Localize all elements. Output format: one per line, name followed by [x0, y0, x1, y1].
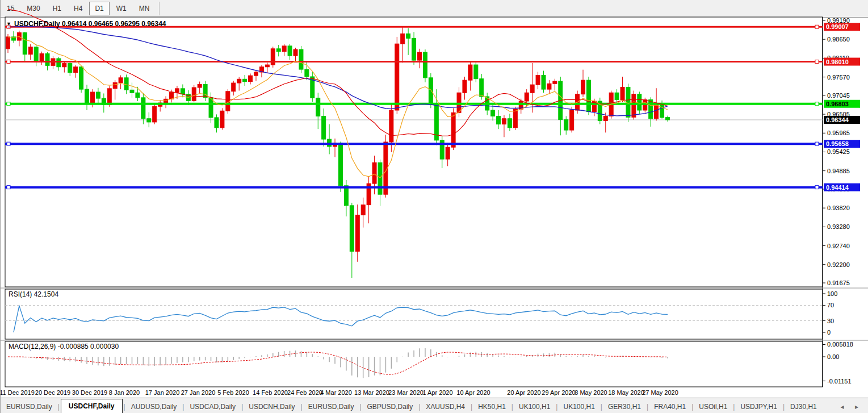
- tab-ger30-h1[interactable]: GER30,H1: [602, 400, 647, 413]
- line-handle[interactable]: [815, 142, 819, 145]
- trading-terminal-window: 15M30H1H4D1W1MN 0.991900.986500.981100.9…: [0, 0, 868, 413]
- line-handle[interactable]: [7, 60, 10, 64]
- candle: [350, 206, 354, 252]
- rsi-label: RSI(14) 42.1504: [9, 290, 58, 298]
- tab-uk100-h1[interactable]: UK100,H1: [513, 400, 556, 413]
- macd-panel[interactable]: [5, 341, 823, 387]
- candle: [502, 119, 506, 124]
- axis-price-box-label: 0.94414: [826, 184, 849, 191]
- tab-dj30-h1[interactable]: DJ30,H1: [785, 400, 823, 413]
- candle: [74, 67, 78, 73]
- tab-usdchf-daily[interactable]: USDCHF,Daily: [61, 399, 123, 413]
- tab-xauusd-h4[interactable]: XAUUSD,H4: [420, 400, 471, 413]
- tab-hk50-h1[interactable]: HK50,H1: [472, 400, 511, 413]
- chart-canvas[interactable]: 0.991900.986500.981100.975700.970450.965…: [1, 0, 868, 413]
- candle: [338, 143, 342, 186]
- candle: [468, 65, 472, 80]
- candle: [508, 119, 511, 128]
- candle: [90, 92, 94, 102]
- price-tick-label: 0.92740: [827, 243, 850, 249]
- candle: [513, 109, 517, 128]
- price-tick-label: 0.94885: [827, 168, 850, 174]
- date-tick-label: 13 Mar 2020: [354, 389, 389, 396]
- candle: [147, 119, 151, 122]
- candle: [220, 111, 224, 128]
- line-handle[interactable]: [815, 60, 819, 64]
- tab-usdjpy-h1[interactable]: USDJPY,H1: [735, 400, 782, 413]
- candle: [530, 85, 534, 93]
- tab-audusd-daily[interactable]: AUDUSD,Daily: [125, 400, 183, 413]
- candle: [40, 53, 44, 62]
- date-tick-label: 18 May 2020: [608, 389, 644, 396]
- tab-usdcad-daily[interactable]: USDCAD,Daily: [184, 400, 241, 413]
- candle: [299, 49, 303, 69]
- candle: [553, 81, 557, 84]
- date-tick-label: 10 Apr 2020: [456, 389, 490, 396]
- candle: [153, 106, 157, 122]
- candle: [34, 47, 38, 62]
- tab-fra40-h1[interactable]: FRA40,H1: [648, 400, 691, 413]
- candle: [198, 85, 202, 88]
- candle: [322, 116, 326, 139]
- line-handle[interactable]: [815, 186, 819, 189]
- candle: [626, 87, 630, 117]
- candle: [45, 53, 49, 65]
- chart-tabs-bar: EURUSD,Daily|USDCHF,Daily|AUDUSD,Daily|U…: [1, 398, 868, 413]
- axis-price-box-label: 0.95658: [826, 140, 849, 147]
- candle: [288, 46, 292, 56]
- candle: [68, 64, 72, 73]
- candle: [6, 37, 10, 49]
- candle: [57, 59, 61, 67]
- candle: [401, 34, 405, 44]
- rsi-tick-label: 70: [827, 302, 834, 308]
- chart-title: USDCHF,Daily 0.96414 0.96465 0.96295 0.9…: [14, 20, 166, 28]
- rsi-panel[interactable]: [5, 289, 823, 339]
- tab-scroll-arrows[interactable]: ◂ ▸: [835, 400, 868, 413]
- candle: [649, 100, 653, 119]
- tab-uk100-h1[interactable]: UK100,H1: [557, 400, 600, 413]
- tab-eurusd-daily[interactable]: EURUSD,Daily: [303, 400, 360, 413]
- candle: [474, 65, 478, 79]
- candle: [570, 110, 574, 130]
- candle: [62, 64, 66, 67]
- date-tick-label: 17 Jan 2020: [145, 389, 180, 396]
- candle: [130, 90, 134, 93]
- candle: [620, 87, 624, 99]
- rsi-tick-label: 100: [827, 290, 837, 297]
- candle: [192, 87, 196, 101]
- line-handle[interactable]: [815, 102, 819, 106]
- candle: [536, 76, 540, 85]
- date-tick-label: 8 May 2020: [575, 389, 607, 396]
- line-handle[interactable]: [7, 142, 10, 145]
- candle: [305, 69, 309, 77]
- candle: [226, 91, 230, 111]
- candle: [23, 33, 27, 55]
- tab-gbpusd-daily[interactable]: GBPUSD,Daily: [362, 400, 419, 413]
- candle: [581, 80, 585, 94]
- candle: [372, 162, 376, 183]
- date-tick-label: 23 Mar 2020: [388, 389, 423, 396]
- price-tick-label: 0.93280: [827, 223, 850, 230]
- macd-tick-label: 0.00: [827, 353, 839, 360]
- candle: [232, 83, 236, 91]
- date-tick-label: 20 Apr 2020: [507, 389, 540, 396]
- candle: [423, 52, 427, 78]
- tab-separator: |: [58, 400, 60, 413]
- tab-usdcnh-daily[interactable]: USDCNH,Daily: [243, 400, 300, 413]
- candle: [389, 110, 393, 142]
- candle: [243, 79, 247, 81]
- candle: [107, 89, 111, 105]
- candle: [282, 46, 286, 52]
- indicator-dropdown-icon: ▼: [6, 21, 11, 27]
- tab-usoil-h1[interactable]: USOil,H1: [693, 400, 733, 413]
- date-tick-label: 29 Apr 2020: [542, 389, 575, 396]
- candle: [293, 49, 297, 56]
- candle: [170, 93, 174, 99]
- tab-eurusd-daily[interactable]: EURUSD,Daily: [1, 400, 58, 413]
- candle: [564, 120, 568, 130]
- line-handle[interactable]: [7, 102, 10, 106]
- line-handle[interactable]: [7, 186, 10, 189]
- candle: [660, 103, 664, 118]
- line-handle[interactable]: [815, 25, 819, 28]
- date-tick-label: 11 Dec 2019: [1, 389, 35, 396]
